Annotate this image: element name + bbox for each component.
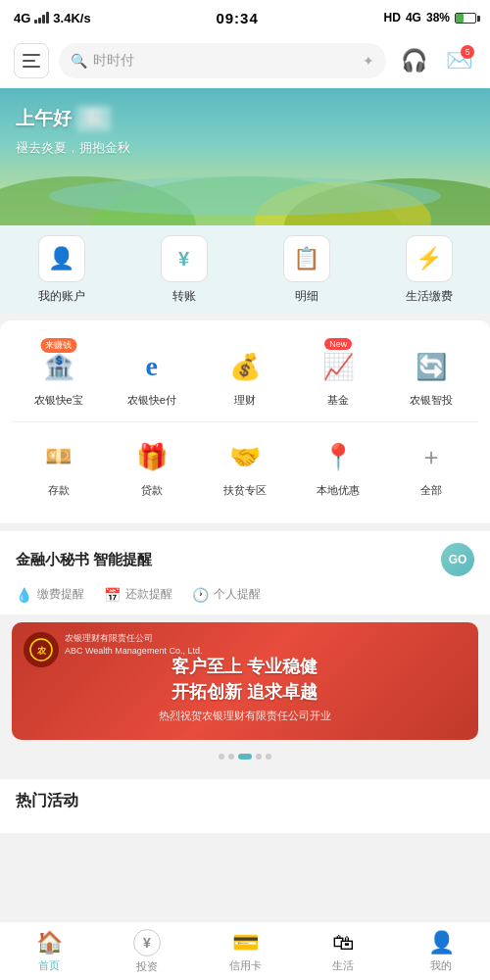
carousel-dot-0[interactable] <box>219 754 224 760</box>
fund-label: 基金 <box>327 393 349 408</box>
app-header: 🔍 时时付 ✦ 🎧 ✉️ 5 <box>0 35 490 88</box>
licai-label: 理财 <box>234 393 256 408</box>
zhitou-label: 农银智投 <box>410 393 453 408</box>
carousel-content: 农 农银理财有限责任公司 ABC Wealth Management Co., … <box>12 622 478 740</box>
life-nav-label: 生活 <box>332 958 354 973</box>
headphone-button[interactable]: 🎧 <box>396 43 431 78</box>
go-button[interactable]: GO <box>441 543 474 576</box>
banner-subtitle: 褪去炎夏，拥抱金秋 <box>16 139 130 157</box>
licai-icon: 💰 <box>222 344 268 389</box>
smart-reminder-title: 金融小秘书 智能提醒 <box>16 551 152 569</box>
carousel-main-text: 客户至上 专业稳健 开拓创新 追求卓越 <box>172 655 318 704</box>
service-kuaibao[interactable]: 来赚钱 🏦 农银快e宝 <box>12 336 105 417</box>
loan-label: 贷款 <box>141 483 163 498</box>
repay-reminder-icon: 📅 <box>104 587 121 603</box>
nav-home[interactable]: 🏠 首页 <box>0 922 98 980</box>
quick-action-detail[interactable]: 📋 明细 <box>245 235 368 305</box>
service-kuaifu[interactable]: e 农银快e付 <box>105 336 198 417</box>
quick-action-transfer[interactable]: ¥ 转账 <box>122 235 245 305</box>
kuaifu-label: 农银快e付 <box>127 393 176 408</box>
personal-reminder-label: 个人提醒 <box>214 586 261 603</box>
nav-mine[interactable]: 👤 我的 <box>392 922 490 980</box>
hot-activities-title: 热门活动 <box>16 791 474 811</box>
service-zhitou[interactable]: 🔄 农银智投 <box>385 336 478 417</box>
svg-rect-2 <box>23 66 40 68</box>
account-icon: 👤 <box>38 235 85 282</box>
service-grid-row2: 💴 存款 🎁 贷款 🤝 扶贫专区 📍 本地优惠 ＋ 全部 <box>12 426 478 508</box>
hd-label: HD <box>384 11 401 24</box>
speed-label: 3.4K/s <box>53 11 90 25</box>
pay-reminder-icon: 💧 <box>16 587 32 603</box>
service-licai[interactable]: 💰 理财 <box>198 336 291 417</box>
nav-life[interactable]: 🛍 生活 <box>294 922 392 980</box>
nav-credit[interactable]: 💳 信用卡 <box>196 922 294 980</box>
status-bar: 4G 3.4K/s 09:34 HD 4G 38% <box>0 0 490 35</box>
carousel-logo: 农 <box>24 632 59 667</box>
deposit-label: 存款 <box>48 483 70 498</box>
all-label: 全部 <box>420 483 442 498</box>
user-name: 双 <box>76 106 111 131</box>
service-deposit[interactable]: 💴 存款 <box>12 426 105 508</box>
svg-rect-0 <box>23 54 40 56</box>
new-tag: New <box>324 338 352 350</box>
kuaifu-icon: e <box>129 344 174 389</box>
quick-action-account[interactable]: 👤 我的账户 <box>0 235 122 305</box>
home-nav-label: 首页 <box>38 958 60 973</box>
battery-icon <box>455 13 476 24</box>
reminder-personal[interactable]: 🕐 个人提醒 <box>192 586 261 603</box>
status-left: 4G 3.4K/s <box>14 11 91 25</box>
service-grid-row1: 来赚钱 🏦 农银快e宝 e 农银快e付 💰 理财 New 📈 基金 🔄 农银智投 <box>12 336 478 417</box>
banner-section: 上午好 双 褪去炎夏，拥抱金秋 <box>0 88 490 225</box>
bottom-navigation: 🏠 首页 ¥ 投资 💳 信用卡 🛍 生活 👤 我的 <box>0 921 490 980</box>
zhitou-icon: 🔄 <box>409 344 454 389</box>
message-button[interactable]: ✉️ 5 <box>441 43 476 78</box>
carousel-banner[interactable]: 农 农银理财有限责任公司 ABC Wealth Management Co., … <box>12 622 478 740</box>
local-label: 本地优惠 <box>317 483 360 498</box>
carousel-sub-text: 热烈祝贺农银理财有限责任公司开业 <box>159 709 331 723</box>
service-all[interactable]: ＋ 全部 <box>385 426 478 508</box>
local-icon: 📍 <box>316 434 361 479</box>
network-label: 4G <box>406 11 421 24</box>
credit-nav-label: 信用卡 <box>229 958 262 973</box>
menu-button[interactable] <box>14 43 49 78</box>
service-fund[interactable]: New 📈 基金 <box>292 336 385 417</box>
svg-rect-1 <box>23 60 35 62</box>
quick-action-living[interactable]: ⚡ 生活缴费 <box>368 235 490 305</box>
pay-reminder-label: 缴费提醒 <box>37 586 84 603</box>
mine-nav-icon: 👤 <box>428 930 455 956</box>
detail-label: 明细 <box>295 288 318 305</box>
carousel-dot-1[interactable] <box>228 754 234 760</box>
smart-reminder-section: 金融小秘书 智能提醒 GO 💧 缴费提醒 📅 还款提醒 🕐 个人提醒 <box>0 531 490 614</box>
credit-nav-icon: 💳 <box>232 930 259 956</box>
reminder-pay[interactable]: 💧 缴费提醒 <box>16 586 84 603</box>
money-tag: 来赚钱 <box>40 338 76 353</box>
deposit-icon: 💴 <box>36 434 81 479</box>
loan-icon: 🎁 <box>129 434 174 479</box>
battery-label: 38% <box>426 11 450 24</box>
service-local[interactable]: 📍 本地优惠 <box>292 426 385 508</box>
all-icon: ＋ <box>409 434 454 479</box>
transfer-label: 转账 <box>172 288 196 305</box>
signal-label: 4G <box>14 11 30 25</box>
service-loan[interactable]: 🎁 贷款 <box>105 426 198 508</box>
poverty-label: 扶贫专区 <box>223 483 267 498</box>
carousel-dot-4[interactable] <box>266 754 271 760</box>
nav-invest[interactable]: ¥ 投资 <box>98 922 196 980</box>
service-poverty[interactable]: 🤝 扶贫专区 <box>198 426 291 508</box>
kuaibao-icon: 来赚钱 🏦 <box>36 344 81 389</box>
time-display: 09:34 <box>216 10 258 26</box>
carousel-dots <box>0 748 490 767</box>
reminder-repay[interactable]: 📅 还款提醒 <box>104 586 172 603</box>
personal-reminder-icon: 🕐 <box>192 587 209 603</box>
signal-bars <box>34 12 49 24</box>
mic-icon: ✦ <box>363 53 374 69</box>
headphone-icon: 🎧 <box>401 48 427 74</box>
living-icon: ⚡ <box>406 235 453 282</box>
account-label: 我的账户 <box>38 288 85 305</box>
search-bar[interactable]: 🔍 时时付 ✦ <box>59 43 386 78</box>
mine-nav-label: 我的 <box>430 958 452 973</box>
living-label: 生活缴费 <box>406 288 453 305</box>
carousel-dot-2[interactable] <box>238 754 252 760</box>
fund-icon: New 📈 <box>316 344 361 389</box>
carousel-dot-3[interactable] <box>256 754 262 760</box>
